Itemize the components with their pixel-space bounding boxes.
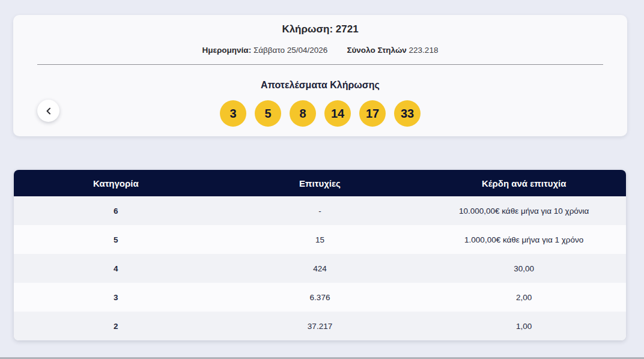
total-columns: Σύνολο Στηλών 223.218 [347,45,438,55]
cell-prize: 2,00 [422,293,626,302]
results-heading: Αποτελέσματα Κλήρωσης [13,79,627,91]
total-columns-value: 223.218 [409,46,439,55]
chevron-left-icon [46,107,52,115]
draw-title: Κλήρωση: 2721 [13,15,627,36]
header-prize: Κέρδη ανά επιτυχία [422,178,626,189]
header-winners: Επιτυχίες [218,178,422,189]
cell-prize: 10.000,00€ κάθε μήνα για 10 χρόνια [422,207,626,216]
total-columns-label: Σύνολο Στηλών [347,46,406,55]
table-row: 5 15 1.000,00€ κάθε μήνα για 1 χρόνο [14,225,626,254]
cell-winners: - [218,207,422,216]
drawn-number-ball: 17 [359,100,386,127]
cell-category: 2 [14,322,218,331]
previous-draw-button[interactable] [37,100,59,122]
divider [37,64,603,65]
cell-prize: 30,00 [422,264,626,273]
cell-category: 6 [14,207,218,216]
drawn-number-ball: 3 [220,100,246,127]
draw-date-label: Ημερομηνία: [202,46,252,55]
drawn-number-ball: 33 [394,100,421,127]
cell-category: 5 [14,235,218,244]
drawn-number-ball: 8 [290,100,316,127]
cell-prize: 1,00 [422,322,626,331]
cell-winners: 6.376 [218,293,422,302]
drawn-numbers-row: 3 5 8 14 17 33 [13,100,627,127]
drawn-number-ball: 5 [255,100,281,127]
drawn-number-ball: 14 [324,100,351,127]
header-category: Κατηγορία [14,178,218,189]
cell-category: 3 [14,293,218,302]
cell-winners: 15 [218,235,422,244]
prize-table-header: Κατηγορία Επιτυχίες Κέρδη ανά επιτυχία [14,170,626,196]
table-row: 3 6.376 2,00 [14,283,626,312]
draw-date-value: Σάββατο 25/04/2026 [254,46,327,55]
cell-prize: 1.000,00€ κάθε μήνα για 1 χρόνο [422,235,626,244]
cell-category: 4 [14,264,218,273]
draw-date: Ημερομηνία: Σάββατο 25/04/2026 [202,45,328,55]
prize-table: Κατηγορία Επιτυχίες Κέρδη ανά επιτυχία 6… [14,170,626,340]
cell-winners: 424 [218,264,422,273]
table-row: 2 37.217 1,00 [14,312,626,340]
table-row: 6 - 10.000,00€ κάθε μήνα για 10 χρόνια [14,196,626,225]
table-row: 4 424 30,00 [14,254,626,283]
cell-winners: 37.217 [218,322,422,331]
draw-card: Κλήρωση: 2721 Ημερομηνία: Σάββατο 25/04/… [13,15,627,136]
draw-meta: Ημερομηνία: Σάββατο 25/04/2026 Σύνολο Στ… [13,45,627,55]
